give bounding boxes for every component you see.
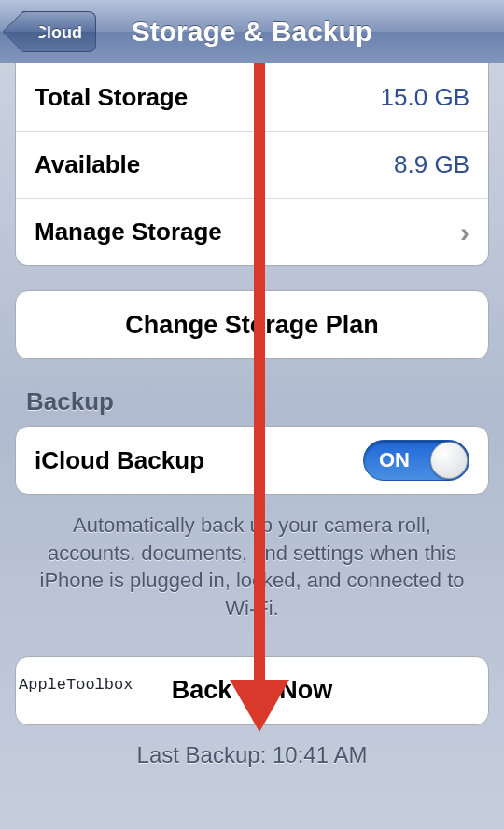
icloud-backup-row: iCloud Backup ON <box>16 427 488 494</box>
last-backup-text: Last Backup: 10:41 AM <box>0 742 504 768</box>
icloud-backup-toggle[interactable]: ON <box>363 440 469 481</box>
icloud-backup-group: iCloud Backup ON <box>15 426 489 495</box>
available-storage-label: Available <box>35 150 140 179</box>
toggle-state-label: ON <box>379 448 410 472</box>
total-storage-row: Total Storage 15.0 GB <box>16 63 488 131</box>
manage-storage-label: Manage Storage <box>35 218 222 246</box>
backup-description: Automatically back up your camera roll, … <box>28 512 476 623</box>
available-storage-value: 8.9 GB <box>394 150 469 179</box>
back-button-label: iCloud <box>30 23 82 42</box>
change-plan-group: Change Storage Plan <box>15 290 489 359</box>
total-storage-value: 15.0 GB <box>381 83 469 112</box>
total-storage-label: Total Storage <box>35 83 188 112</box>
chevron-right-icon: › <box>460 217 469 248</box>
manage-storage-row[interactable]: Manage Storage › <box>16 198 488 265</box>
back-up-now-label: Back Up Now <box>172 676 333 705</box>
available-storage-row: Available 8.9 GB <box>16 131 488 198</box>
change-storage-plan-label: Change Storage Plan <box>125 311 379 340</box>
change-storage-plan-button[interactable]: Change Storage Plan <box>16 291 488 358</box>
watermark-text: AppleToolbox <box>19 676 133 694</box>
navbar: iCloud Storage & Backup <box>0 0 504 63</box>
back-button[interactable]: iCloud <box>22 11 96 52</box>
storage-group: Total Storage 15.0 GB Available 8.9 GB M… <box>15 63 489 266</box>
icloud-backup-label: iCloud Backup <box>35 446 204 475</box>
toggle-knob-icon <box>430 442 468 479</box>
backup-section-header: Backup <box>26 387 478 416</box>
